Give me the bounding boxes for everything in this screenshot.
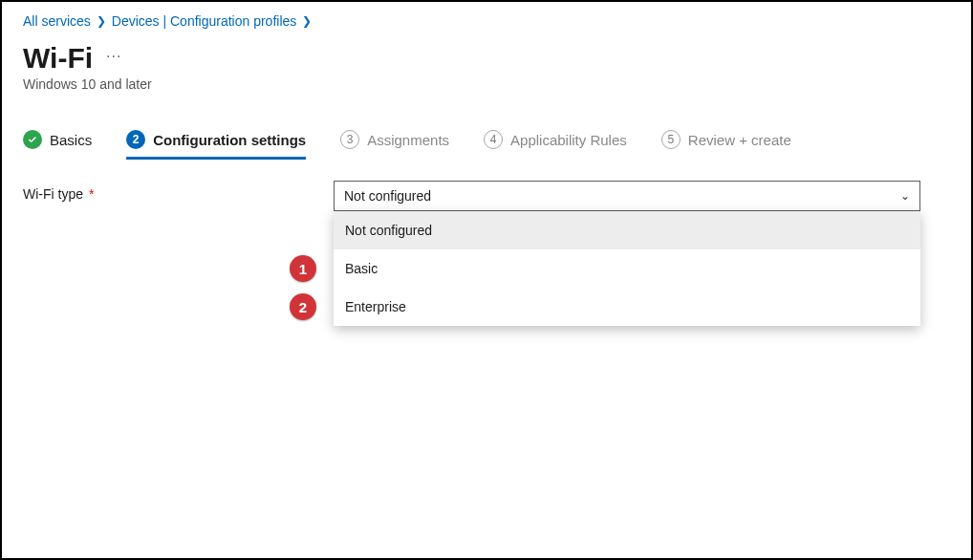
option-label: Not configured <box>345 223 432 238</box>
page-subtitle: Windows 10 and later <box>23 76 950 92</box>
annotation-badge-2: 2 <box>290 293 316 320</box>
check-icon <box>23 130 42 149</box>
wifi-type-row: Wi-Fi type * Not configured ⌄ Not config… <box>23 181 950 211</box>
wifi-type-dropdown-trigger[interactable]: Not configured ⌄ <box>334 181 920 211</box>
wifi-type-dropdown-list: Not configured 1 Basic 2 Enterprise <box>334 211 920 326</box>
breadcrumb: All services ❯ Devices | Configuration p… <box>23 13 950 29</box>
step-label: Assignments <box>367 132 449 148</box>
step-review-create[interactable]: 5 Review + create <box>661 130 791 159</box>
label-text: Wi-Fi type <box>23 186 83 202</box>
step-label: Configuration settings <box>153 132 306 148</box>
wifi-type-select: Not configured ⌄ Not configured 1 Basic … <box>334 181 920 211</box>
step-applicability-rules[interactable]: 4 Applicability Rules <box>484 130 627 159</box>
required-indicator: * <box>89 186 94 202</box>
chevron-right-icon: ❯ <box>302 14 312 28</box>
breadcrumb-link-all-services[interactable]: All services <box>23 13 91 29</box>
selected-value: Not configured <box>344 188 431 204</box>
page-title: Wi-Fi <box>23 42 93 75</box>
chevron-down-icon: ⌄ <box>900 189 910 203</box>
chevron-right-icon: ❯ <box>97 14 106 28</box>
option-not-configured[interactable]: Not configured <box>334 211 920 249</box>
option-basic[interactable]: 1 Basic <box>334 249 920 288</box>
step-number-icon: 2 <box>126 130 145 149</box>
step-assignments[interactable]: 3 Assignments <box>340 130 449 159</box>
more-actions-button[interactable]: ··· <box>106 48 121 69</box>
step-number-icon: 4 <box>484 130 503 149</box>
step-label: Applicability Rules <box>510 132 627 148</box>
step-basics[interactable]: Basics <box>23 130 92 159</box>
step-number-icon: 3 <box>340 130 359 149</box>
option-label: Basic <box>345 261 378 276</box>
step-number-icon: 5 <box>661 130 681 149</box>
option-enterprise[interactable]: 2 Enterprise <box>334 288 920 326</box>
option-label: Enterprise <box>345 299 406 314</box>
wizard-steps: Basics 2 Configuration settings 3 Assign… <box>23 130 950 159</box>
step-configuration-settings[interactable]: 2 Configuration settings <box>126 130 306 159</box>
annotation-badge-1: 1 <box>290 255 316 282</box>
step-label: Basics <box>50 132 92 148</box>
step-label: Review + create <box>688 132 791 148</box>
page-header: Wi-Fi ··· <box>23 42 950 75</box>
wifi-type-label: Wi-Fi type * <box>23 181 334 202</box>
breadcrumb-link-devices-configuration-profiles[interactable]: Devices | Configuration profiles <box>112 13 297 29</box>
